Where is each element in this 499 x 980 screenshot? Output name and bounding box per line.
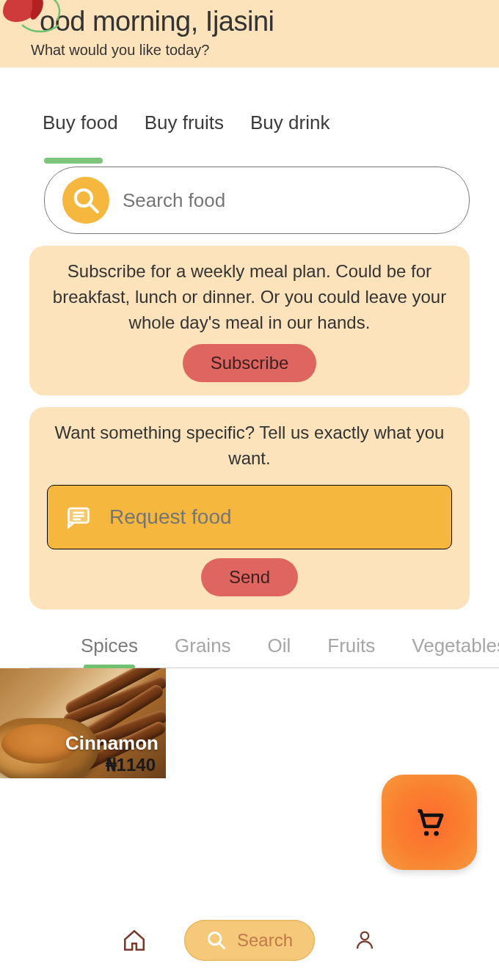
cart-fab[interactable] bbox=[382, 775, 477, 870]
home-icon bbox=[122, 928, 147, 953]
svg-point-8 bbox=[434, 831, 439, 836]
search-icon bbox=[62, 177, 109, 224]
bottom-nav: Search bbox=[0, 920, 499, 961]
search-field[interactable] bbox=[44, 167, 470, 234]
cat-fruits[interactable]: Fruits bbox=[327, 635, 375, 668]
top-tabs: Buy food Buy fruits Buy drink bbox=[29, 111, 470, 134]
profile-icon bbox=[354, 928, 376, 953]
cat-vegetables[interactable]: Vegetables bbox=[412, 635, 499, 668]
request-input[interactable] bbox=[109, 505, 434, 529]
subscribe-card: Subscribe for a weekly meal plan. Could … bbox=[29, 246, 470, 395]
nav-search[interactable]: Search bbox=[184, 920, 315, 961]
cat-oil[interactable]: Oil bbox=[268, 635, 291, 668]
svg-point-11 bbox=[361, 932, 369, 940]
search-input[interactable] bbox=[123, 189, 451, 212]
cat-spices[interactable]: Spices bbox=[81, 635, 138, 668]
request-field[interactable] bbox=[47, 485, 452, 549]
main-content: Buy food Buy fruits Buy drink Subscribe … bbox=[0, 67, 499, 778]
nav-profile[interactable] bbox=[350, 926, 379, 955]
cart-icon bbox=[412, 805, 446, 839]
svg-point-7 bbox=[424, 831, 429, 836]
app-logo-icon bbox=[0, 0, 66, 40]
header: ood morning, Ijasini What would you like… bbox=[0, 0, 499, 67]
product-name: Cinnamon bbox=[65, 732, 159, 755]
nav-home[interactable] bbox=[120, 926, 149, 955]
category-tabs: Spices Grains Oil Fruits Vegetables bbox=[29, 635, 499, 668]
product-card[interactable]: Cinnamon ₦1140 bbox=[0, 668, 166, 778]
nav-search-label: Search bbox=[237, 930, 293, 951]
greeting-sub: What would you like today? bbox=[29, 42, 470, 59]
svg-line-10 bbox=[219, 943, 224, 948]
tab-buy-drink[interactable]: Buy drink bbox=[250, 111, 329, 134]
tab-buy-food[interactable]: Buy food bbox=[43, 111, 118, 134]
greeting-text: ood morning, Ijasini bbox=[29, 0, 470, 37]
subscribe-button[interactable]: Subscribe bbox=[183, 344, 317, 382]
subscribe-text: Subscribe for a weekly meal plan. Could … bbox=[47, 259, 452, 335]
request-text: Want something specific? Tell us exactly… bbox=[47, 420, 452, 472]
tab-buy-fruits[interactable]: Buy fruits bbox=[145, 111, 224, 134]
search-small-icon bbox=[206, 930, 227, 951]
chat-icon bbox=[65, 504, 92, 530]
svg-line-1 bbox=[90, 204, 98, 212]
request-card: Want something specific? Tell us exactly… bbox=[29, 407, 470, 610]
send-button[interactable]: Send bbox=[201, 558, 298, 596]
product-price: ₦1140 bbox=[106, 755, 156, 775]
products-row: Cinnamon ₦1140 bbox=[0, 668, 470, 778]
cat-grains[interactable]: Grains bbox=[175, 635, 231, 668]
